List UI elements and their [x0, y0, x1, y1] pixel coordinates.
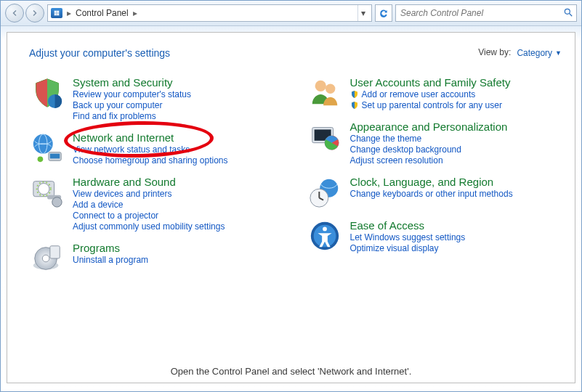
chevron-right-icon: ▸ — [132, 8, 139, 18]
right-column: User Accounts and Family Safety Add or r… — [307, 76, 562, 285]
svg-point-20 — [42, 255, 49, 262]
back-button[interactable] — [5, 4, 24, 23]
category-link-ease-of-access[interactable]: Ease of Access — [350, 219, 425, 232]
refresh-icon — [379, 8, 389, 18]
chevron-right-icon: ▸ — [65, 8, 73, 18]
link-add-remove-users-text: Add or remove user accounts — [362, 89, 476, 99]
category-link-clock-lang[interactable]: Clock, Language, and Region — [350, 176, 494, 188]
forward-button[interactable] — [25, 4, 44, 23]
uac-shield-icon — [350, 90, 359, 99]
link-suggest-settings[interactable]: Let Windows suggest settings — [350, 232, 466, 242]
control-panel-icon — [51, 8, 62, 18]
category-system-security: System and Security Review your computer… — [29, 76, 285, 121]
svg-point-28 — [310, 189, 328, 207]
content-area: Adjust your computer's settings View by:… — [7, 32, 575, 383]
search-input[interactable] — [399, 7, 563, 19]
link-homegroup[interactable]: Choose homegroup and sharing options — [73, 155, 227, 166]
control-panel-window: ▸ Control Panel ▸ ▾ Adjust your computer… — [0, 0, 582, 392]
category-ease-of-access: Ease of Access Let Windows suggest setti… — [307, 219, 562, 253]
category-link-appearance[interactable]: Appearance and Personalization — [350, 121, 508, 133]
view-by-mode-text: Category — [517, 48, 552, 58]
network-internet-icon — [29, 131, 65, 165]
toolbar: ▸ Control Panel ▸ ▾ — [1, 1, 581, 26]
link-keyboards[interactable]: Change keyboards or other input methods — [350, 189, 513, 199]
svg-point-33 — [323, 227, 327, 232]
svg-rect-1 — [54, 11, 57, 13]
category-link-user-accounts[interactable]: User Accounts and Family Safety — [350, 76, 511, 89]
svg-point-22 — [315, 81, 326, 91]
svg-rect-3 — [54, 13, 57, 15]
link-projector[interactable]: Connect to a projector — [73, 211, 225, 221]
link-uninstall[interactable]: Uninstall a program — [73, 255, 148, 265]
category-link-system-security[interactable]: System and Security — [73, 76, 173, 89]
category-clock-lang-region: Clock, Language, and Region Change keybo… — [307, 176, 562, 209]
category-link-network-internet[interactable]: Network and Internet — [73, 131, 174, 144]
svg-point-12 — [38, 157, 44, 163]
link-parental-controls[interactable]: Set up parental controls for any user — [350, 100, 511, 110]
nav-buttons — [5, 4, 44, 23]
view-by-dropdown[interactable]: Category ▼ — [517, 47, 562, 59]
hardware-sound-icon — [29, 176, 65, 209]
svg-point-17 — [52, 197, 62, 207]
svg-rect-2 — [57, 11, 59, 13]
svg-rect-11 — [50, 154, 60, 159]
svg-rect-21 — [50, 246, 60, 258]
link-review-status[interactable]: Review your computer's status — [73, 89, 191, 99]
category-link-programs[interactable]: Programs — [73, 242, 120, 254]
appearance-icon — [307, 121, 343, 154]
ease-of-access-icon — [307, 219, 343, 253]
svg-point-23 — [325, 84, 334, 94]
breadcrumb[interactable]: ▸ Control Panel ▸ ▾ — [47, 4, 372, 22]
link-backup[interactable]: Back up your computer — [73, 100, 191, 110]
link-change-theme[interactable]: Change the theme — [350, 134, 508, 144]
breadcrumb-dropdown[interactable]: ▾ — [357, 5, 368, 21]
search-box[interactable] — [395, 4, 577, 22]
category-hardware-sound: Hardware and Sound View devices and prin… — [29, 176, 285, 232]
page-title: Adjust your computer's settings — [29, 47, 170, 59]
category-appearance: Appearance and Personalization Change th… — [307, 121, 562, 166]
arrow-right-icon — [31, 9, 39, 17]
link-optimize-display[interactable]: Optimize visual display — [350, 243, 466, 253]
link-find-fix[interactable]: Find and fix problems — [73, 111, 191, 121]
system-security-icon — [29, 76, 65, 110]
category-user-accounts: User Accounts and Family Safety Add or r… — [307, 76, 562, 110]
view-by-label: View by: — [478, 47, 511, 59]
categories-grid: System and Security Review your computer… — [29, 76, 562, 285]
link-devices-printers[interactable]: View devices and printers — [73, 189, 225, 199]
link-add-device[interactable]: Add a device — [73, 200, 225, 210]
programs-icon — [29, 242, 65, 275]
clock-language-icon — [307, 176, 343, 209]
category-programs: Programs Uninstall a program — [29, 242, 285, 275]
view-by-control: View by: Category ▼ — [478, 47, 562, 59]
chevron-down-icon: ▼ — [555, 49, 562, 57]
link-add-remove-users[interactable]: Add or remove user accounts — [350, 89, 511, 99]
link-screen-res[interactable]: Adjust screen resolution — [350, 155, 508, 166]
link-desktop-bg[interactable]: Change desktop background — [350, 144, 508, 155]
search-icon[interactable] — [563, 7, 573, 20]
svg-point-14 — [39, 184, 49, 195]
header: Adjust your computer's settings View by:… — [29, 47, 562, 76]
svg-line-6 — [570, 13, 573, 16]
instruction-caption: Open the Control Panel and select 'Netwo… — [7, 366, 575, 377]
category-network-internet: Network and Internet View network status… — [29, 131, 285, 166]
link-mobility[interactable]: Adjust commonly used mobility settings — [73, 221, 225, 232]
category-link-hardware-sound[interactable]: Hardware and Sound — [73, 176, 176, 188]
arrow-left-icon — [10, 9, 19, 17]
svg-rect-4 — [57, 13, 59, 15]
link-network-status[interactable]: View network status and tasks — [73, 144, 227, 155]
refresh-button[interactable] — [375, 4, 392, 22]
left-column: System and Security Review your computer… — [29, 76, 285, 285]
breadcrumb-item[interactable]: Control Panel — [76, 8, 129, 18]
link-parental-controls-text: Set up parental controls for any user — [362, 100, 502, 110]
uac-shield-icon — [350, 101, 359, 110]
svg-point-5 — [565, 9, 570, 14]
user-accounts-icon — [307, 76, 343, 110]
